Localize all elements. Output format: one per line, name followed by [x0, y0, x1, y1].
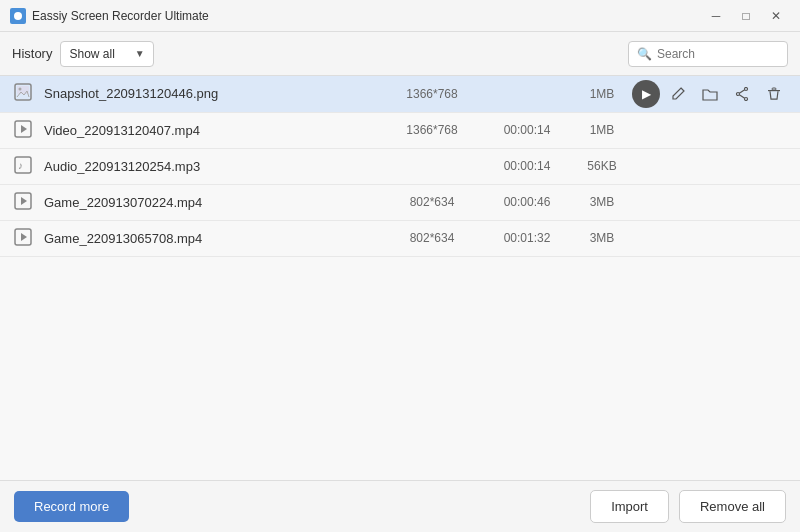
edit-button[interactable]: [664, 80, 692, 108]
svg-point-5: [745, 97, 748, 100]
svg-point-4: [745, 87, 748, 90]
record-more-button[interactable]: Record more: [14, 491, 129, 522]
row-filename: Audio_220913120254.mp3: [36, 148, 382, 184]
records-table: Snapshot_220913120446.png1366*7681MB ▶: [0, 76, 800, 257]
row-file-icon: [0, 76, 36, 112]
row-duration: 00:00:46: [482, 184, 572, 220]
svg-point-6: [737, 92, 740, 95]
row-file-icon: ♪: [0, 148, 36, 184]
row-filesize: 1MB: [572, 76, 632, 112]
row-duration: 00:00:14: [482, 148, 572, 184]
row-file-icon: [0, 220, 36, 256]
svg-marker-18: [21, 233, 27, 241]
row-filesize: 3MB: [572, 184, 632, 220]
dropdown-value: Show all: [69, 47, 114, 61]
row-filename: Game_220913070224.mp4: [36, 184, 382, 220]
table-row[interactable]: Game_220913065708.mp4802*63400:01:323MB: [0, 220, 800, 256]
svg-point-0: [14, 12, 22, 20]
play-button[interactable]: ▶: [632, 80, 660, 108]
app-icon: [10, 8, 26, 24]
title-bar: Eassiy Screen Recorder Ultimate ─ □ ✕: [0, 0, 800, 32]
svg-rect-10: [772, 88, 776, 90]
table-row[interactable]: Video_220913120407.mp41366*76800:00:141M…: [0, 112, 800, 148]
row-filename: Video_220913120407.mp4: [36, 112, 382, 148]
row-file-icon: [0, 184, 36, 220]
row-duration: 00:00:14: [482, 112, 572, 148]
app-title: Eassiy Screen Recorder Ultimate: [32, 9, 702, 23]
svg-point-3: [19, 88, 22, 91]
footer: Record more Import Remove all: [0, 480, 800, 532]
svg-line-7: [739, 90, 744, 93]
share-button[interactable]: [728, 80, 756, 108]
folder-button[interactable]: [696, 80, 724, 108]
search-input[interactable]: [657, 47, 777, 61]
svg-text:♪: ♪: [18, 160, 23, 171]
row-resolution: [382, 148, 482, 184]
import-button[interactable]: Import: [590, 490, 669, 523]
row-resolution: 1366*768: [382, 112, 482, 148]
svg-line-8: [739, 95, 744, 98]
minimize-button[interactable]: ─: [702, 6, 730, 26]
row-resolution: 802*634: [382, 184, 482, 220]
footer-right-actions: Import Remove all: [590, 490, 786, 523]
row-resolution: 1366*768: [382, 76, 482, 112]
table-row[interactable]: Game_220913070224.mp4802*63400:00:463MB: [0, 184, 800, 220]
show-all-dropdown[interactable]: Show all ▼: [60, 41, 153, 67]
search-box[interactable]: 🔍: [628, 41, 788, 67]
svg-marker-12: [21, 125, 27, 133]
row-file-icon: [0, 112, 36, 148]
window-controls: ─ □ ✕: [702, 6, 790, 26]
delete-button[interactable]: [760, 80, 788, 108]
row-filesize: 3MB: [572, 220, 632, 256]
row-filename: Snapshot_220913120446.png: [36, 76, 382, 112]
chevron-down-icon: ▼: [135, 48, 145, 59]
row-duration: [482, 76, 572, 112]
maximize-button[interactable]: □: [732, 6, 760, 26]
remove-all-button[interactable]: Remove all: [679, 490, 786, 523]
row-resolution: 802*634: [382, 220, 482, 256]
row-filesize: 1MB: [572, 112, 632, 148]
search-icon: 🔍: [637, 47, 652, 61]
table-row[interactable]: Snapshot_220913120446.png1366*7681MB ▶: [0, 76, 800, 112]
close-button[interactable]: ✕: [762, 6, 790, 26]
row-actions: [632, 148, 800, 184]
row-duration: 00:01:32: [482, 220, 572, 256]
row-actions: [632, 220, 800, 256]
row-actions: [632, 112, 800, 148]
action-buttons: ▶: [632, 80, 788, 108]
row-actions: ▶: [632, 76, 800, 112]
svg-marker-16: [21, 197, 27, 205]
row-filesize: 56KB: [572, 148, 632, 184]
row-actions: [632, 184, 800, 220]
history-label: History: [12, 46, 52, 61]
toolbar: History Show all ▼ 🔍: [0, 32, 800, 76]
table-row[interactable]: ♪Audio_220913120254.mp300:00:1456KB: [0, 148, 800, 184]
main-content: Snapshot_220913120446.png1366*7681MB ▶: [0, 76, 800, 480]
row-filename: Game_220913065708.mp4: [36, 220, 382, 256]
